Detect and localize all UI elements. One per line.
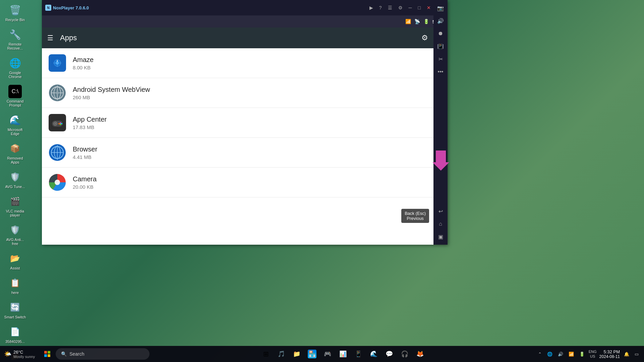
desktop-icon-removed-apps[interactable]: 📦 Removed Apps — [3, 142, 27, 164]
taskbar-app-todo[interactable]: 📊 — [336, 347, 350, 361]
desktop-icon-label: Recycle Bin — [5, 18, 25, 22]
desktop-icon-assist[interactable]: 📂 Assist — [3, 252, 27, 270]
taskbar-app-edge[interactable]: 🌊 — [367, 347, 380, 361]
svg-rect-33 — [48, 354, 50, 357]
svg-point-28 — [55, 180, 60, 185]
start-button[interactable] — [39, 346, 56, 362]
minimize-button[interactable]: ─ — [407, 4, 414, 11]
browser-icon — [49, 144, 66, 161]
nox-title: NoxPlayer 7.0.6.0 — [53, 5, 89, 10]
taskbar-app-explorer[interactable]: 📁 — [290, 347, 303, 361]
nox-logo: N NoxPlayer 7.0.6.0 — [45, 5, 89, 11]
hamburger-menu-icon[interactable]: ☰ — [47, 34, 53, 42]
sidebar-home-btn[interactable]: ⌂ — [435, 219, 446, 229]
list-item[interactable]: App Center 17.83 MB — [42, 108, 448, 138]
taskbar-temp: 26°C — [13, 350, 35, 355]
search-text: Search — [69, 351, 84, 357]
taskbar-weather[interactable]: 🌤️ 26°C Mostly sunny — [0, 350, 39, 359]
sidebar-scissors-btn[interactable]: ✂ — [435, 54, 446, 64]
sidebar-recent-btn[interactable]: ▣ — [435, 231, 446, 242]
settings-header-icon[interactable]: ⚙ — [421, 34, 428, 42]
webview-icon — [49, 84, 66, 102]
app-size: 17.83 MB — [73, 124, 441, 130]
tray-network-icon[interactable]: 🌐 — [546, 351, 554, 357]
desktop-icon-label: AVG Tune... — [5, 185, 25, 189]
nox-window-controls: ▶ ? ☰ ⚙ ─ □ ✕ 📌 — [368, 4, 444, 11]
back-tooltip: Back (Esc) Previous — [401, 209, 429, 223]
taskbar-app-store[interactable]: 🏪 — [305, 347, 319, 361]
android-statusbar: 📶 📡 🔋 5:32 — [42, 15, 448, 27]
desktop-icon-label: here — [11, 291, 19, 295]
taskbar-time[interactable]: 5:32 PM 2024-08-11 — [599, 349, 620, 359]
desktop-icon-vlc[interactable]: 🎬 VLC media player — [3, 195, 27, 217]
sidebar-more-btn[interactable]: ••• — [435, 66, 446, 77]
app-size: 8.00 KB — [73, 65, 441, 70]
desktop-icon-chrome[interactable]: 🌐 Google Chrome — [3, 56, 27, 79]
desktop-icon-recycle-bin[interactable]: 🗑️ Recycle Bin — [3, 3, 27, 22]
app-list: Amaze 8.00 KB — [42, 48, 448, 245]
settings-button[interactable]: ⚙ — [397, 4, 404, 11]
desktop-icon-smart-switch[interactable]: 🔄 Smart Switch — [3, 301, 27, 319]
list-item[interactable]: Android System WebView 260 MB — [42, 78, 448, 108]
nox-player-window: N NoxPlayer 7.0.6.0 ▶ ? ☰ ⚙ ─ □ ✕ 📌 📶 📡 … — [42, 0, 448, 245]
desktop-icon-remote[interactable]: 🔧 Remote Recove... — [3, 28, 27, 50]
list-item[interactable]: Camera 20.00 KB — [42, 168, 448, 197]
tray-chevron-icon[interactable]: ⌃ — [537, 351, 543, 357]
nox-inner: 📶 📡 🔋 5:32 ☰ Apps ⚙ ⋮ — [42, 15, 448, 245]
sidebar-shake-btn[interactable]: 📳 — [435, 41, 446, 52]
android-screen: 📶 📡 🔋 5:32 ☰ Apps ⚙ ⋮ — [42, 15, 448, 245]
desktop-icon-avg-anti[interactable]: 🛡️ AVG Anti... free — [3, 223, 27, 246]
taskbar-app-widgets[interactable]: ⊞ — [259, 347, 273, 361]
taskbar-apps: ⊞ 🎵 📁 🏪 🎮 📊 📱 🌊 💬 🎧 🦊 — [150, 347, 537, 361]
taskbar-app-media[interactable]: 🎵 — [275, 347, 288, 361]
taskbar-lang[interactable]: ENG US — [589, 349, 597, 359]
sidebar-record-btn[interactable]: ⏺ — [435, 28, 446, 39]
browser-info: Browser 4.41 MB — [73, 145, 441, 160]
help-button[interactable]: ? — [377, 4, 384, 11]
amaze-info: Amaze 8.00 KB — [73, 56, 441, 70]
desktop-icon-file[interactable]: 📄 35840295... — [3, 325, 27, 344]
tray-show-desktop-icon[interactable]: ▭ — [633, 351, 640, 357]
desktop-icon-edge[interactable]: 🌊 Microsoft Edge — [3, 113, 27, 136]
list-item[interactable]: Browser 4.41 MB — [42, 138, 448, 168]
taskbar-search[interactable]: 🔍 Search — [56, 348, 150, 360]
taskbar-app-teams[interactable]: 💬 — [383, 347, 396, 361]
taskbar-app-browser2[interactable]: 🦊 — [413, 347, 427, 361]
desktop-icon-label: Google Chrome — [3, 71, 27, 79]
sidebar-back-btn[interactable]: ↩ — [435, 206, 446, 217]
maximize-button[interactable]: □ — [416, 4, 422, 11]
desktop-icon-avg-tune[interactable]: 🛡️ AVG Tune... — [3, 170, 27, 189]
back-tooltip-line2: Previous — [405, 216, 426, 221]
play-button[interactable]: ▶ — [368, 4, 375, 11]
tray-battery-icon[interactable]: 🔋 — [578, 351, 586, 357]
app-size: 4.41 MB — [73, 154, 441, 160]
svg-point-5 — [57, 60, 58, 62]
svg-point-18 — [61, 123, 62, 124]
desktop-icon-cmd[interactable]: C:\ Command Prompt — [3, 85, 27, 107]
taskbar-weather-desc: Mostly sunny — [13, 355, 35, 359]
desktop-icons-column: 🗑️ Recycle Bin 🔧 Remote Recove... 🌐 Goog… — [3, 3, 27, 362]
svg-point-11 — [56, 92, 59, 94]
app-size: 260 MB — [73, 95, 441, 100]
tray-volume-icon[interactable]: 🔊 — [557, 351, 565, 357]
back-tooltip-line1: Back (Esc) — [405, 211, 426, 216]
tray-notification-icon[interactable]: 🔔 — [623, 351, 631, 357]
taskbar-app-nox[interactable]: 🎮 — [321, 347, 334, 361]
signal-icon: 📡 — [414, 19, 420, 24]
wifi-icon: 📶 — [405, 19, 411, 24]
desktop-icon-label: Smart Switch — [4, 315, 26, 319]
desktop-icon-here[interactable]: 📋 here — [3, 276, 27, 295]
menu-button[interactable]: ☰ — [386, 4, 394, 11]
tray-wifi-icon[interactable]: 📶 — [567, 351, 575, 357]
camera-icon — [49, 174, 66, 191]
close-button[interactable]: ✕ — [425, 4, 432, 11]
taskbar-app-spotify[interactable]: 🎧 — [398, 347, 411, 361]
nox-titlebar: N NoxPlayer 7.0.6.0 ▶ ? ☰ ⚙ ─ □ ✕ 📌 — [42, 0, 448, 15]
list-item[interactable]: Amaze 8.00 KB — [42, 48, 448, 78]
taskbar-app-phone[interactable]: 📱 — [352, 347, 365, 361]
sidebar-volume-btn[interactable]: 🔊 — [435, 15, 446, 26]
app-screen-title: Apps — [60, 34, 421, 42]
app-name: Android System WebView — [73, 86, 441, 94]
camera-info: Camera 20.00 KB — [73, 175, 441, 190]
svg-rect-30 — [44, 351, 47, 354]
